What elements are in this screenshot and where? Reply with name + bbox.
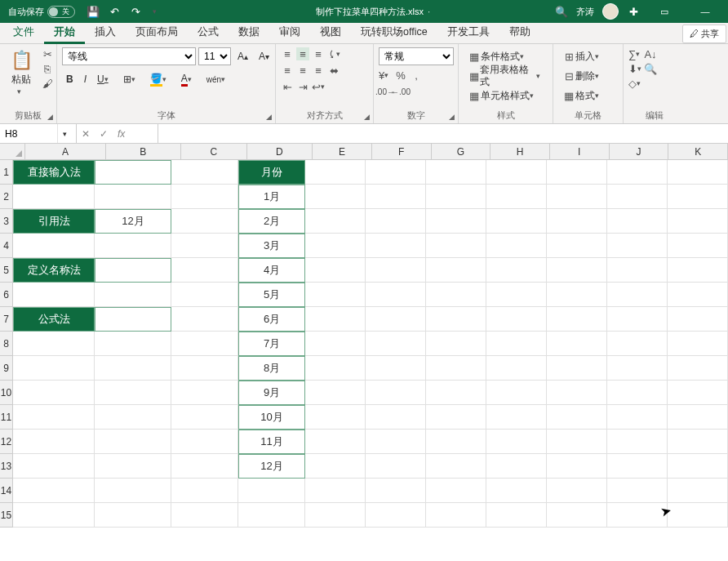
cell[interactable] xyxy=(486,356,547,381)
increase-decimal-icon[interactable]: .00→ xyxy=(379,85,392,98)
cell[interactable] xyxy=(171,381,238,405)
minimize-icon[interactable]: — xyxy=(689,0,721,23)
tab-formulas[interactable]: 公式 xyxy=(188,22,229,43)
cell[interactable] xyxy=(668,283,728,307)
increase-font-icon[interactable]: A▴ xyxy=(233,47,252,65)
cell[interactable] xyxy=(607,381,668,405)
row-header[interactable]: 4 xyxy=(0,234,13,258)
cell[interactable] xyxy=(547,307,607,332)
ribbon-display-icon[interactable]: ▭ xyxy=(648,0,681,23)
cell[interactable] xyxy=(607,160,668,185)
cell[interactable] xyxy=(305,234,366,258)
cell[interactable] xyxy=(366,405,426,430)
dialog-launcher-icon[interactable]: ◢ xyxy=(446,112,456,122)
copy-icon[interactable]: ⎘ xyxy=(41,62,54,75)
cancel-icon[interactable]: ✕ xyxy=(82,128,90,140)
orientation-icon[interactable]: ⤹▾ xyxy=(327,47,340,60)
cell[interactable] xyxy=(547,185,607,209)
increase-indent-icon[interactable]: ⇥ xyxy=(296,80,309,93)
cell[interactable] xyxy=(547,454,607,479)
cell[interactable] xyxy=(95,307,171,332)
cell[interactable]: 直接输入法 xyxy=(13,160,95,185)
conditional-format-button[interactable]: ▦条件格式▾ xyxy=(464,47,532,65)
cell[interactable] xyxy=(547,405,607,430)
row-header[interactable]: 13 xyxy=(0,454,13,479)
cell[interactable] xyxy=(13,479,95,503)
cell[interactable] xyxy=(547,479,607,503)
cell[interactable] xyxy=(366,185,426,209)
cell[interactable] xyxy=(426,307,486,332)
cell[interactable] xyxy=(366,503,426,528)
underline-button[interactable]: U▾ xyxy=(93,70,117,88)
row-header[interactable]: 12 xyxy=(0,430,13,454)
cell[interactable] xyxy=(366,381,426,405)
cell[interactable] xyxy=(668,307,728,332)
cell[interactable] xyxy=(171,454,238,479)
cell[interactable] xyxy=(607,234,668,258)
cell[interactable] xyxy=(486,234,547,258)
tab-file[interactable]: 文件 xyxy=(3,22,44,43)
cell[interactable] xyxy=(95,234,171,258)
align-top-icon[interactable]: ≡ xyxy=(281,47,294,60)
search-icon[interactable]: 🔍 xyxy=(555,5,568,18)
col-header[interactable]: E xyxy=(313,144,372,160)
cell[interactable] xyxy=(426,381,486,405)
decrease-decimal-icon[interactable]: ←.00 xyxy=(394,85,407,98)
cell[interactable] xyxy=(547,283,607,307)
qat-dropdown-icon[interactable]: ▾ xyxy=(150,5,158,18)
cell[interactable] xyxy=(95,479,171,503)
cell[interactable] xyxy=(668,503,728,528)
cell[interactable] xyxy=(426,160,486,185)
col-header[interactable]: A xyxy=(25,144,105,160)
cell[interactable] xyxy=(426,185,486,209)
cell[interactable] xyxy=(95,381,171,405)
row-header[interactable]: 2 xyxy=(0,185,13,209)
cell[interactable] xyxy=(305,356,366,381)
cell[interactable] xyxy=(305,405,366,430)
align-center-icon[interactable]: ≡ xyxy=(296,64,309,77)
cell[interactable] xyxy=(366,454,426,479)
paste-button[interactable]: 📋 粘贴 ▾ xyxy=(5,47,38,97)
autosum-icon[interactable]: ∑▾ xyxy=(628,47,641,60)
cell[interactable] xyxy=(95,454,171,479)
cell[interactable] xyxy=(95,503,171,528)
cell[interactable] xyxy=(171,160,238,185)
sort-icon[interactable]: A↓ xyxy=(644,47,657,60)
cell[interactable] xyxy=(426,209,486,234)
cell[interactable] xyxy=(95,283,171,307)
currency-icon[interactable]: ¥▾ xyxy=(379,69,392,82)
cell[interactable] xyxy=(366,283,426,307)
cell[interactable]: 3月 xyxy=(238,234,305,258)
name-box-dropdown-icon[interactable]: ▾ xyxy=(57,124,72,143)
clear-icon[interactable]: ◇▾ xyxy=(628,77,641,90)
cell[interactable] xyxy=(607,258,668,283)
col-header[interactable]: H xyxy=(491,144,550,160)
cell[interactable] xyxy=(486,405,547,430)
cell[interactable] xyxy=(547,234,607,258)
col-header[interactable]: B xyxy=(106,144,181,160)
cell[interactable] xyxy=(305,160,366,185)
row-header[interactable]: 1 xyxy=(0,160,13,185)
share-button[interactable]: 🖊 共享 xyxy=(682,24,726,43)
row-header[interactable]: 7 xyxy=(0,307,13,332)
cell[interactable] xyxy=(13,283,95,307)
cell[interactable] xyxy=(607,283,668,307)
cell[interactable]: 12月 xyxy=(95,209,171,234)
cell[interactable] xyxy=(426,503,486,528)
cell[interactable] xyxy=(171,209,238,234)
cell[interactable] xyxy=(547,503,607,528)
cell[interactable] xyxy=(366,356,426,381)
cell[interactable] xyxy=(426,258,486,283)
redo-icon[interactable]: ↷ xyxy=(129,5,142,18)
cell[interactable] xyxy=(366,430,426,454)
border-button[interactable]: ⊞▾ xyxy=(119,70,144,88)
cell[interactable] xyxy=(486,185,547,209)
find-icon[interactable]: 🔍 xyxy=(644,62,657,75)
name-box[interactable]: ▾ xyxy=(0,124,77,143)
cell[interactable] xyxy=(607,356,668,381)
cell[interactable] xyxy=(171,307,238,332)
cell[interactable] xyxy=(305,454,366,479)
bold-button[interactable]: B xyxy=(62,70,78,88)
fill-icon[interactable]: ⬇▾ xyxy=(628,62,641,75)
cell[interactable] xyxy=(305,430,366,454)
